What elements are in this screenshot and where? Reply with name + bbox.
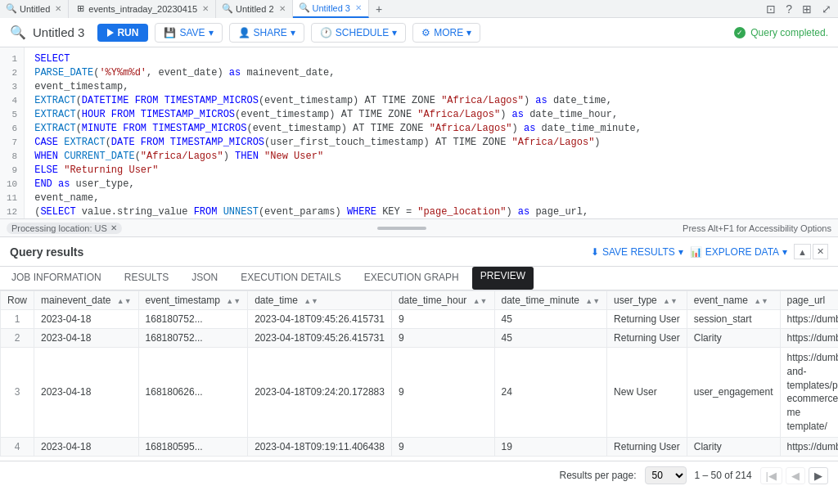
location-remove-btn[interactable]: ✕ (110, 223, 117, 232)
table-row: 12023-04-18168180752...2023-04-18T09:45:… (1, 310, 839, 329)
page-title: Untitled 3 (33, 25, 84, 39)
tab-preview[interactable]: PREVIEW (472, 267, 534, 290)
window-icon-2[interactable]: ? (782, 1, 795, 17)
share-button[interactable]: 👤 SHARE ▾ (229, 23, 304, 43)
cell-user_type: New User (607, 348, 687, 438)
window-icon-3[interactable]: ⊞ (799, 1, 815, 17)
results-table-container[interactable]: Row mainevent_date ▲▼ event_timestamp ▲▼… (0, 290, 838, 461)
tab-add-button[interactable]: + (369, 2, 389, 16)
col-row[interactable]: Row (1, 291, 34, 310)
save-results-label: SAVE RESULTS (602, 246, 675, 258)
run-label: RUN (117, 27, 138, 38)
per-page-select[interactable]: 50 100 200 (645, 466, 687, 484)
results-table: Row mainevent_date ▲▼ event_timestamp ▲▼… (0, 290, 838, 457)
query-status: ✓ Query completed. (734, 27, 828, 38)
schedule-button[interactable]: 🕐 SCHEDULE ▾ (311, 23, 406, 43)
window-icon-4[interactable]: ⤢ (818, 1, 835, 17)
col-user-type[interactable]: user_type ▲▼ (607, 291, 687, 310)
table-header-row: Row mainevent_date ▲▼ event_timestamp ▲▼… (1, 291, 839, 310)
gear-icon: ⚙ (421, 27, 430, 38)
location-text: Processing location: US (11, 223, 107, 233)
run-button[interactable]: RUN (97, 24, 148, 42)
toolbar: 🔍 Untitled 3 RUN 💾 SAVE ▾ 👤 SHARE ▾ 🕐 SC… (0, 18, 838, 47)
col-page-url[interactable]: page_url (780, 291, 838, 310)
tab-bar: 🔍 Untitled ✕ ⊞ events_intraday_20230415 … (0, 0, 838, 18)
save-results-button[interactable]: ⬇ SAVE RESULTS ▾ (591, 246, 683, 258)
table-row: 32023-04-18168180626...2023-04-18T09:24:… (1, 348, 839, 438)
tab-events-intraday-close[interactable]: ✕ (202, 4, 209, 13)
processing-location: Processing location: US ✕ (7, 223, 122, 234)
preview-label: PREVIEW (480, 270, 525, 281)
page-range: 1 – 50 of 214 (695, 470, 752, 481)
window-icon-1[interactable]: ⊡ (763, 1, 779, 17)
cell-date_time: 2023-04-18T09:45:26.415731 (248, 310, 392, 329)
expand-down-button[interactable]: ✕ (813, 244, 828, 259)
cell-event_name: user_engagement (687, 348, 780, 438)
results-title: Query results (10, 245, 584, 259)
search-icon-3: 🔍 (300, 3, 309, 13)
next-page-button[interactable]: ▶ (809, 467, 828, 484)
horizontal-scrollbar[interactable] (377, 227, 426, 230)
tab-untitled2-close[interactable]: ✕ (279, 4, 286, 13)
tab-results[interactable]: RESULTS (113, 267, 180, 290)
tab-execution-graph[interactable]: EXECUTION GRAPH (353, 267, 471, 290)
schedule-icon: 🕐 (320, 27, 332, 38)
download-icon: ⬇ (591, 246, 599, 258)
results-actions: ⬇ SAVE RESULTS ▾ 📊 EXPLORE DATA ▾ ▲ ✕ (591, 244, 828, 259)
code-content[interactable]: SELECT PARSE_DATE('%Y%m%d', event_date) … (25, 47, 838, 218)
schedule-chevron: ▾ (392, 27, 397, 38)
result-tabs: JOB INFORMATION RESULTS JSON EXECUTION D… (0, 267, 838, 290)
cell-date_time_hour: 9 (391, 437, 494, 456)
prev-page-button[interactable]: ◀ (786, 467, 805, 484)
tab-job-information[interactable]: JOB INFORMATION (0, 267, 113, 290)
results-panel: Query results ⬇ SAVE RESULTS ▾ 📊 EXPLORE… (0, 237, 838, 489)
code-editor[interactable]: 12345678910111213141516 SELECT PARSE_DAT… (0, 47, 838, 219)
first-page-button[interactable]: |◀ (760, 467, 782, 484)
expand-up-button[interactable]: ▲ (794, 244, 811, 259)
save-chevron: ▾ (209, 27, 214, 38)
results-per-page-label: Results per page: (559, 470, 636, 481)
tab-untitled3-label: Untitled 3 (313, 3, 350, 13)
tab-untitled2[interactable]: 🔍 Untitled 2 ✕ (216, 0, 292, 18)
save-results-chevron: ▾ (678, 246, 683, 258)
col-date-time[interactable]: date_time ▲▼ (248, 291, 392, 310)
cell-user_type: Returning User (607, 329, 687, 348)
tab-events-intraday[interactable]: ⊞ events_intraday_20230415 ✕ (69, 0, 216, 18)
col-mainevent-date[interactable]: mainevent_date ▲▼ (34, 291, 139, 310)
cell-date_time: 2023-04-18T09:19:11.406438 (248, 437, 392, 456)
save-button[interactable]: 💾 SAVE ▾ (155, 23, 222, 43)
search-icon: 🔍 (7, 4, 16, 14)
cell-page_url: https://dumbda and-templates/p ecommerce… (780, 348, 838, 438)
cell-date_time_minute: 45 (494, 329, 607, 348)
col-date-time-hour[interactable]: date_time_hour ▲▼ (391, 291, 494, 310)
tab-untitled3[interactable]: 🔍 Untitled 3 ✕ (293, 0, 369, 18)
col-event-timestamp[interactable]: event_timestamp ▲▼ (138, 291, 248, 310)
tab-untitled1-close[interactable]: ✕ (55, 4, 61, 13)
cell-user_type: Returning User (607, 310, 687, 329)
tab-json[interactable]: JSON (180, 267, 229, 290)
exec-graph-label: EXECUTION GRAPH (364, 272, 459, 283)
cell-event_timestamp: 168180752... (138, 329, 248, 348)
cell-page_url: https://dumbda (780, 310, 838, 329)
line-numbers: 12345678910111213141516 (0, 47, 25, 218)
cell-event_name: Clarity (687, 437, 780, 456)
col-date-time-minute[interactable]: date_time_minute ▲▼ (494, 291, 607, 310)
save-icon: 💾 (164, 27, 176, 38)
more-button[interactable]: ⚙ MORE ▾ (412, 23, 480, 43)
tab-untitled1[interactable]: 🔍 Untitled ✕ (0, 0, 69, 18)
tab-untitled2-label: Untitled 2 (236, 4, 273, 14)
cell-event_name: Clarity (687, 329, 780, 348)
tab-execution-details[interactable]: EXECUTION DETAILS (229, 267, 352, 290)
cell-mainevent_date: 2023-04-18 (34, 437, 139, 456)
explore-label: EXPLORE DATA (705, 246, 779, 258)
cell-mainevent_date: 2023-04-18 (34, 310, 139, 329)
explore-data-button[interactable]: 📊 EXPLORE DATA ▾ (690, 246, 787, 258)
cell-row: 2 (1, 329, 34, 348)
page-navigation: |◀ ◀ ▶ (760, 467, 828, 484)
tab-untitled3-close[interactable]: ✕ (355, 3, 362, 12)
table-row: 42023-04-18168180595...2023-04-18T09:19:… (1, 437, 839, 456)
cell-page_url: https://dumbda (780, 437, 838, 456)
cell-date_time_hour: 9 (391, 310, 494, 329)
explore-chevron: ▾ (782, 246, 787, 258)
col-event-name[interactable]: event_name ▲▼ (687, 291, 780, 310)
